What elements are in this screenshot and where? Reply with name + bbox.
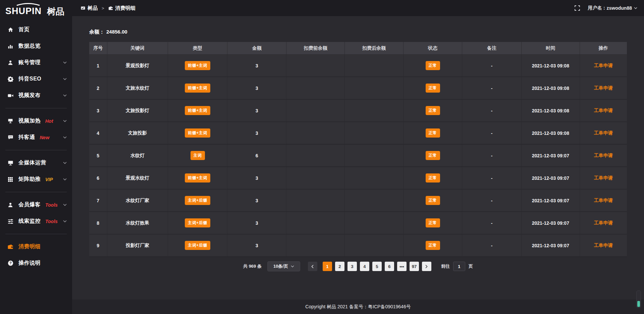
sidebar-divider: [5, 192, 67, 192]
username-value: zswodun88: [607, 5, 632, 11]
scroll-widget[interactable]: [636, 291, 641, 308]
chevron-down-icon: [63, 162, 67, 164]
wallet-icon: [7, 244, 13, 250]
pre-balance-cell: [286, 122, 345, 145]
ticket-request-link[interactable]: 工单申请: [594, 243, 613, 248]
prev-page-button[interactable]: [308, 262, 317, 271]
chevron-down-icon: [63, 78, 67, 80]
ticket-request-link[interactable]: 工单申请: [594, 63, 613, 68]
svg-text:树品: 树品: [47, 6, 64, 16]
sidebar-item-member[interactable]: 会员爆客Tools: [0, 197, 72, 213]
table-row: 7水纹灯厂家主词+后缀3正常-2021-12-03 09:07工单申请: [89, 190, 627, 212]
action-cell: 工单申请: [580, 167, 627, 190]
ticket-request-link[interactable]: 工单申请: [594, 220, 613, 225]
amount-cell: 3: [227, 212, 287, 234]
page-size-select[interactable]: 10条/页: [267, 261, 300, 271]
ticket-request-link[interactable]: 工单申请: [594, 85, 613, 91]
status-cell: 正常: [404, 100, 463, 122]
table-row: 6景观水纹灯前缀+主词3正常-2021-12-03 09:07工单申请: [89, 167, 627, 190]
keyword-cell: 文旅水纹灯: [107, 77, 168, 100]
row-number-cell: 9: [89, 234, 107, 257]
type-cell: 前缀+主词: [168, 122, 227, 145]
total-count-label: 共 969 条: [243, 263, 262, 269]
page-button-2[interactable]: 2: [335, 262, 344, 271]
sidebar-item-label: 视频加热: [18, 117, 41, 124]
user-menu[interactable]: 用户名： zswodun88: [588, 5, 637, 11]
keyword-cell: 文旅投影: [107, 122, 168, 145]
page-button-97[interactable]: 97: [410, 262, 419, 271]
post-balance-cell: [345, 55, 404, 77]
page-button-6[interactable]: 6: [385, 262, 394, 271]
row-number-cell: 5: [89, 145, 107, 167]
sidebar-item-label: 操作说明: [18, 260, 41, 267]
status-badge: 正常: [426, 61, 440, 70]
sidebar-item-home[interactable]: 首页: [0, 21, 72, 38]
page-number-buttons: 123456•••97: [323, 262, 419, 271]
sidebar-item-account[interactable]: 账号管理: [0, 54, 72, 71]
type-badge: 前缀+主词: [185, 173, 210, 182]
scroll-widget-handle: [637, 301, 640, 307]
pagination-bar: 共 969 条 10条/页 123456•••97 前往 页: [72, 261, 644, 271]
sidebar-item-clue[interactable]: 线索监控Tools: [0, 213, 72, 229]
balance-label: 余额：: [89, 29, 104, 35]
table-row: 5水纹灯主词6正常-2021-12-03 09:07工单申请: [89, 145, 627, 167]
chevron-down-icon: [291, 265, 294, 267]
table-row: 3文旅投影灯前缀+主词3正常-2021-12-03 09:08工单申请: [89, 100, 627, 122]
sidebar-item-help[interactable]: ?操作说明: [0, 255, 72, 271]
sidebar-divider: [5, 150, 67, 150]
sidebar-item-label: 抖客通: [18, 134, 35, 141]
ticket-request-link[interactable]: 工单申请: [594, 108, 613, 113]
page-button-5[interactable]: 5: [372, 262, 382, 271]
time-cell: 2021-12-03 09:07: [522, 145, 580, 167]
remark-cell: -: [462, 55, 522, 77]
ticket-request-link[interactable]: 工单申请: [594, 153, 613, 158]
status-badge: 正常: [426, 218, 440, 227]
type-cell: 主词+后缀: [168, 234, 227, 257]
sidebar-divider: [5, 108, 67, 108]
sidebar-item-douketong[interactable]: 抖客通New: [0, 129, 72, 146]
more-pages-button[interactable]: •••: [397, 262, 407, 271]
bar-chart-icon: [7, 43, 13, 49]
page-button-3[interactable]: 3: [347, 262, 357, 271]
ticket-request-link[interactable]: 工单申请: [594, 198, 613, 203]
consumption-table-wrap: 序号关键词类型金额扣费前余额扣费后余额状态备注时间操作 1景观投影灯前缀+主词3…: [89, 42, 627, 257]
sidebar-item-consume[interactable]: 消费明细: [0, 239, 72, 255]
brand-logo[interactable]: SHUPIN 树品: [0, 0, 72, 19]
fullscreen-icon[interactable]: [575, 5, 580, 11]
sidebar-item-matrix[interactable]: 矩阵助推VIP: [0, 171, 72, 188]
sidebar-item-publish[interactable]: 视频发布: [0, 87, 72, 104]
goto-page-input[interactable]: [453, 262, 465, 271]
username-label: 用户名：: [588, 5, 607, 11]
user-icon: [7, 60, 13, 66]
table-row: 8水纹灯效果主词+后缀3正常-2021-12-03 09:07工单申请: [89, 212, 627, 234]
type-badge: 主词+后缀: [185, 218, 210, 227]
action-cell: 工单申请: [580, 77, 627, 100]
status-cell: 正常: [404, 167, 463, 190]
sidebar-item-data[interactable]: 数据总览: [0, 38, 72, 54]
sidebar: SHUPIN 树品 首页数据总览账号管理抖音SEO视频发布视频加热Hot抖客通N…: [0, 0, 72, 314]
page-button-1[interactable]: 1: [323, 262, 332, 271]
sidebar-item-badge: Tools: [45, 219, 58, 224]
page-button-4[interactable]: 4: [360, 262, 369, 271]
type-cell: 前缀+主词: [168, 167, 227, 190]
ticket-request-link[interactable]: 工单申请: [594, 175, 613, 180]
sidebar-item-heat[interactable]: 视频加热Hot: [0, 113, 72, 129]
breadcrumb: 树品 > 消费明细: [81, 5, 136, 11]
footer: Copyright 树品 2021 备案号：粤ICP备09019646号: [72, 300, 644, 314]
status-badge: 正常: [426, 173, 440, 182]
post-balance-cell: [345, 77, 404, 100]
remark-cell: -: [462, 190, 522, 212]
breadcrumb-root[interactable]: 树品: [88, 5, 98, 11]
status-cell: 正常: [404, 55, 463, 77]
type-cell: 主词+后缀: [168, 212, 227, 234]
sidebar-item-seo[interactable]: 抖音SEO: [0, 71, 72, 87]
action-cell: 工单申请: [580, 55, 627, 77]
status-badge: 正常: [426, 151, 440, 160]
post-balance-cell: [345, 122, 404, 145]
post-balance-cell: [345, 100, 404, 122]
sidebar-item-media[interactable]: 全媒体运营: [0, 155, 72, 171]
next-page-button[interactable]: [422, 262, 431, 271]
ticket-request-link[interactable]: 工单申请: [594, 130, 613, 136]
pre-balance-cell: [286, 145, 345, 167]
remark-cell: -: [462, 122, 522, 145]
